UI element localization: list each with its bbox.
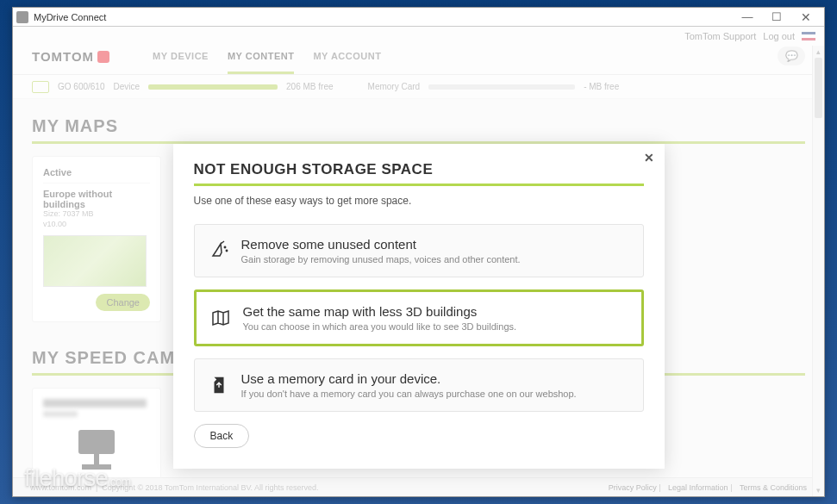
option-title: Get the same map with less 3D buildings bbox=[243, 304, 628, 319]
modal-subtitle: Use one of these easy ways to get more s… bbox=[194, 195, 644, 207]
window-titlebar: MyDrive Connect — ☐ ✕ bbox=[13, 8, 824, 27]
option-desc: Gain storage by removing unused maps, vo… bbox=[241, 254, 629, 264]
app-icon bbox=[16, 11, 28, 23]
map-icon bbox=[210, 308, 231, 328]
option-desc: If you don't have a memory card you can … bbox=[241, 389, 629, 399]
broom-icon bbox=[209, 240, 229, 261]
window-maximize-button[interactable]: ☐ bbox=[762, 10, 791, 23]
window-title: MyDrive Connect bbox=[34, 12, 733, 22]
window-minimize-button[interactable]: — bbox=[733, 10, 762, 23]
svg-point-1 bbox=[226, 250, 227, 251]
option-remove-content[interactable]: Remove some unused content Gain storage … bbox=[194, 224, 644, 277]
option-less-3d-buildings[interactable]: Get the same map with less 3D buildings … bbox=[194, 289, 644, 346]
sd-card-icon bbox=[209, 375, 229, 395]
app-body: ▴ ▾ TomTom Support Log out TOMTOM MY DEV… bbox=[13, 27, 824, 496]
modal-close-button[interactable]: ✕ bbox=[644, 151, 654, 165]
option-title: Use a memory card in your device. bbox=[241, 371, 629, 386]
svg-point-0 bbox=[224, 246, 225, 247]
option-memory-card[interactable]: Use a memory card in your device. If you… bbox=[194, 358, 644, 412]
option-title: Remove some unused content bbox=[241, 237, 629, 252]
modal-title: NOT ENOUGH STORAGE SPACE bbox=[194, 161, 644, 186]
app-window: MyDrive Connect — ☐ ✕ ▴ ▾ TomTom Support… bbox=[12, 7, 825, 497]
back-button[interactable]: Back bbox=[194, 424, 250, 448]
option-desc: You can choose in which area you would l… bbox=[243, 321, 628, 332]
window-close-button[interactable]: ✕ bbox=[791, 10, 821, 24]
storage-modal: ✕ NOT ENOUGH STORAGE SPACE Use one of th… bbox=[173, 144, 665, 469]
